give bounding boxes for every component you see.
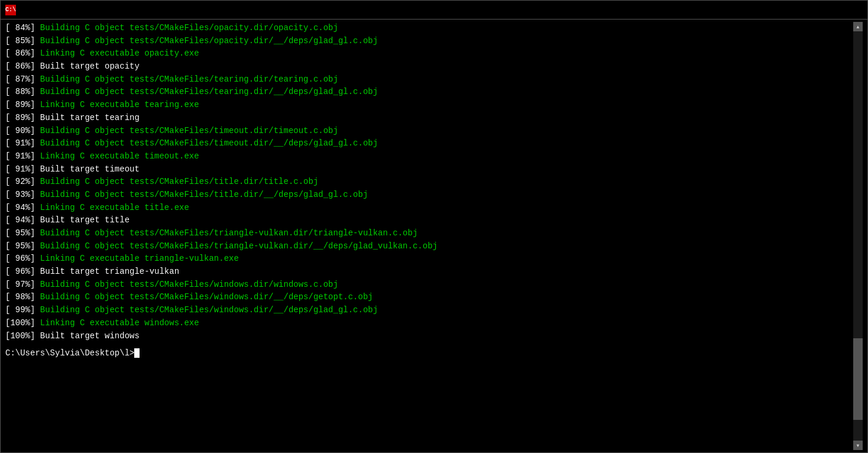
scrollbar-track[interactable] xyxy=(853,31,863,441)
maximize-button[interactable] xyxy=(824,4,843,17)
scrollbar-thumb[interactable] xyxy=(853,338,863,420)
terminal-line: [ 96%] Built target triangle-vulkan xyxy=(5,266,853,279)
command-prompt: C:\Users\Sylvia\Desktop\l> xyxy=(5,348,853,358)
terminal-line: [ 85%] Building C object tests/CMakeFile… xyxy=(5,35,853,48)
terminal-line: [ 87%] Building C object tests/CMakeFile… xyxy=(5,73,853,86)
title-bar: C:\ xyxy=(1,1,867,20)
terminal-line: [ 88%] Building C object tests/CMakeFile… xyxy=(5,86,853,99)
terminal-line: [ 95%] Building C object tests/CMakeFile… xyxy=(5,240,853,253)
terminal-line: [ 95%] Building C object tests/CMakeFile… xyxy=(5,227,853,240)
terminal-body: [ 84%] Building C object tests/CMakeFile… xyxy=(1,20,867,452)
terminal-line: [ 86%] Linking C executable opacity.exe xyxy=(5,47,853,60)
terminal-line: [100%] Built target windows xyxy=(5,330,853,343)
terminal-line: [ 90%] Building C object tests/CMakeFile… xyxy=(5,125,853,138)
scroll-down-arrow[interactable]: ▼ xyxy=(853,441,863,450)
terminal-line: [ 97%] Building C object tests/CMakeFile… xyxy=(5,279,853,292)
cursor xyxy=(134,348,140,358)
terminal-line: [ 91%] Built target timeout xyxy=(5,163,853,176)
terminal-line: [ 91%] Linking C executable timeout.exe xyxy=(5,150,853,163)
terminal-line: [ 92%] Building C object tests/CMakeFile… xyxy=(5,176,853,189)
terminal-line: [ 84%] Building C object tests/CMakeFile… xyxy=(5,22,853,35)
terminal-line: [ 94%] Linking C executable title.exe xyxy=(5,202,853,215)
close-button[interactable] xyxy=(844,4,863,17)
terminal-line: [ 99%] Building C object tests/CMakeFile… xyxy=(5,304,853,317)
terminal-line: [ 94%] Built target title xyxy=(5,214,853,227)
cmd-window: C:\ [ 84%] Building C object tests/CMake… xyxy=(0,0,868,453)
terminal-line: [ 91%] Building C object tests/CMakeFile… xyxy=(5,137,853,150)
terminal-content: [ 84%] Building C object tests/CMakeFile… xyxy=(5,22,853,450)
minimize-button[interactable] xyxy=(804,4,822,17)
terminal-line: [ 93%] Building C object tests/CMakeFile… xyxy=(5,189,853,202)
terminal-line: [ 86%] Built target opacity xyxy=(5,60,853,73)
terminal-line: [ 98%] Building C object tests/CMakeFile… xyxy=(5,291,853,304)
terminal-line: [ 89%] Linking C executable tearing.exe xyxy=(5,99,853,112)
terminal-line: [100%] Linking C executable windows.exe xyxy=(5,317,853,330)
scroll-up-arrow[interactable]: ▲ xyxy=(853,22,863,31)
scrollbar[interactable]: ▲ ▼ xyxy=(853,22,863,450)
terminal-line: [ 96%] Linking C executable triangle-vul… xyxy=(5,253,853,266)
terminal-line: [ 89%] Built target tearing xyxy=(5,112,853,125)
cmd-icon: C:\ xyxy=(5,5,16,15)
window-controls xyxy=(804,4,863,17)
